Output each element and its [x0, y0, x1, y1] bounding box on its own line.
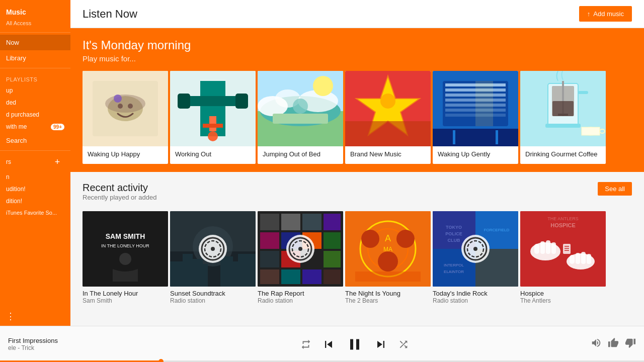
svg-rect-79: [260, 251, 279, 267]
svg-rect-72: [281, 214, 300, 230]
sidebar-playlist-dition[interactable]: dition!: [0, 195, 70, 207]
hero-banner: It's Monday morning Play music for...: [70, 28, 644, 172]
sidebar-access: All Access: [0, 20, 70, 30]
svg-rect-75: [260, 232, 279, 249]
player-track-artist: ele - Trick: [8, 344, 119, 351]
hospice-title: Hospice: [520, 290, 606, 297]
svg-rect-127: [581, 252, 586, 264]
sidebar-divider-3: [0, 150, 70, 151]
activity-card-in-the-lonely-hour[interactable]: SAM SMITH IN THE LONELY HOUR In The Lone…: [83, 211, 168, 304]
playlist-card-jumping-out-of-bed[interactable]: Jumping Out of Bed: [258, 71, 343, 164]
add-music-button[interactable]: ↑ Add music: [579, 6, 632, 22]
svg-rect-48: [552, 101, 574, 116]
svg-point-5: [105, 95, 145, 113]
activity-card-the-night-is-young[interactable]: A MA The Night Is Young The 2 Bears: [345, 211, 431, 304]
waking-up-happy-art: [83, 71, 168, 146]
svg-rect-73: [302, 214, 321, 230]
jumping-out-of-bed-art: [258, 71, 343, 146]
the-night-is-young-title: The Night Is Young: [345, 290, 431, 297]
svg-rect-100: [355, 272, 421, 282]
sidebar-item-recently-added[interactable]: ded: [0, 97, 70, 109]
playlist-card-working-out[interactable]: Working Out: [170, 71, 256, 164]
player-track-info: First Impressions ele - Trick: [8, 337, 119, 351]
the-night-is-young-art: A MA: [345, 211, 431, 287]
playlist-card-brand-new-music[interactable]: Brand New Music: [345, 71, 431, 164]
svg-rect-74: [324, 214, 341, 230]
svg-rect-9: [185, 96, 240, 106]
sunset-soundtrack-title: Sunset Soundtrack: [170, 290, 256, 297]
playlist-card-drinking-gourmet-coffee[interactable]: Drinking Gourmet Coffee: [520, 71, 606, 164]
svg-text:INTERPOL: INTERPOL: [444, 263, 464, 267]
waking-up-happy-label: Waking Up Happy: [83, 146, 168, 164]
svg-point-69: [211, 247, 215, 251]
pause-button[interactable]: [346, 335, 364, 353]
svg-text:MA: MA: [383, 246, 392, 253]
playlists-label: rs: [6, 158, 11, 165]
thumbs-up-button[interactable]: [608, 337, 619, 351]
activity-card-the-rap-report[interactable]: The Rap Report Radio station: [258, 211, 343, 304]
repeat-button[interactable]: [300, 339, 311, 350]
sidebar-item-purchased[interactable]: d purchased: [0, 109, 70, 121]
sidebar-playlist-n[interactable]: n: [0, 171, 70, 183]
prev-button[interactable]: [321, 337, 336, 351]
svg-rect-22: [273, 114, 328, 124]
the-rap-report-subtitle: Radio station: [258, 297, 343, 304]
playlist-card-waking-up-gently[interactable]: Waking Up Gently: [433, 71, 518, 164]
activity-card-todays-indie-rock[interactable]: TOKYO POLICE CLUB FORCEFIELD INTERPOL EL…: [433, 211, 518, 304]
sidebar-divider: [0, 32, 70, 33]
svg-point-21: [313, 76, 333, 96]
svg-rect-44: [545, 124, 581, 128]
add-icon: ↑: [587, 10, 591, 18]
svg-rect-38: [433, 129, 518, 146]
svg-text:A: A: [385, 233, 391, 243]
thumbs-down-button[interactable]: [625, 337, 636, 351]
sidebar-section-playlists: PLAYLISTS: [0, 70, 70, 84]
sidebar-item-shared[interactable]: with me 99+: [0, 121, 70, 133]
sidebar-playlist-audition[interactable]: udition!: [0, 183, 70, 195]
svg-point-115: [473, 247, 477, 251]
svg-point-97: [378, 251, 398, 272]
shared-badge: 99+: [51, 124, 64, 130]
sidebar-more-icon[interactable]: ⋮: [6, 311, 15, 321]
bottom-player: First Impressions ele - Trick: [0, 326, 644, 362]
sunset-soundtrack-art: [170, 211, 256, 287]
svg-marker-37: [475, 81, 493, 126]
svg-rect-14: [203, 124, 223, 128]
see-all-button[interactable]: See all: [598, 182, 632, 196]
svg-rect-45: [578, 91, 588, 94]
svg-rect-11: [235, 94, 248, 109]
svg-text:CLUB: CLUB: [448, 238, 460, 243]
sidebar-item-listen-now[interactable]: Now: [0, 35, 70, 50]
the-night-is-young-subtitle: The 2 Bears: [345, 297, 431, 304]
svg-point-96: [396, 230, 415, 248]
jumping-out-of-bed-label: Jumping Out of Bed: [258, 146, 343, 164]
svg-rect-85: [302, 269, 321, 284]
player-right-controls: [591, 337, 636, 351]
drinking-gourmet-coffee-label: Drinking Gourmet Coffee: [520, 146, 606, 164]
hospice-art: THE ANTLERS HOSPICE: [520, 211, 606, 287]
activity-card-sunset-soundtrack[interactable]: Sunset Soundtrack Radio station: [170, 211, 256, 304]
progress-dot: [158, 359, 164, 362]
activity-card-hospice[interactable]: THE ANTLERS HOSPICE: [520, 211, 606, 304]
svg-point-95: [361, 230, 379, 248]
sidebar-item-thumbs-up[interactable]: up: [0, 84, 70, 97]
working-out-art: [170, 71, 256, 146]
in-the-lonely-hour-art: SAM SMITH IN THE LONELY HOUR: [83, 211, 168, 287]
volume-button[interactable]: [591, 337, 602, 351]
sidebar-playlist-itunes[interactable]: iTunes Favorite So...: [0, 207, 70, 218]
svg-text:FORCEFIELD: FORCEFIELD: [484, 228, 510, 232]
main-area: Music All Access Now Library PLAYLISTS u…: [0, 0, 644, 326]
todays-indie-rock-title: Today's Indie Rock: [433, 290, 518, 297]
shuffle-button[interactable]: [398, 339, 409, 350]
playlist-card-waking-up-happy[interactable]: Waking Up Happy: [83, 71, 168, 164]
sidebar-item-library[interactable]: Library: [0, 50, 70, 66]
brand-new-music-label: Brand New Music: [345, 146, 431, 164]
player-controls: [119, 335, 591, 353]
next-button[interactable]: [374, 337, 388, 351]
main-content: Listen Now ↑ Add music It's Monday morni…: [70, 0, 644, 326]
sidebar-search[interactable]: Search: [0, 133, 70, 148]
page-title: Listen Now: [83, 8, 137, 21]
add-playlist-button[interactable]: +: [50, 155, 64, 169]
svg-rect-84: [281, 269, 300, 284]
todays-indie-rock-subtitle: Radio station: [433, 297, 518, 304]
